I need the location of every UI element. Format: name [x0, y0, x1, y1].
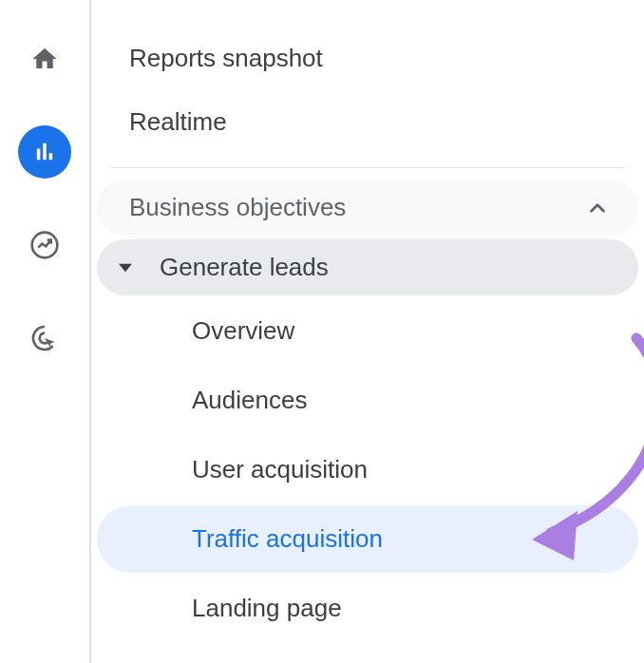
nav-item-realtime[interactable]: Realtime	[129, 90, 644, 154]
divider	[110, 167, 625, 168]
group-title: Generate leads	[160, 253, 329, 282]
nav-item-overview[interactable]: Overview	[97, 297, 638, 365]
nav-rail	[0, 0, 91, 663]
trend-circle-icon	[29, 230, 60, 260]
sub-items: Overview Audiences User acquisition Traf…	[91, 297, 644, 642]
report-panel: Reports snapshot Realtime Business objec…	[91, 0, 644, 663]
section-business-objectives[interactable]: Business objectives	[97, 180, 638, 236]
nav-item-user-acquisition[interactable]: User acquisition	[97, 436, 638, 503]
nav-advertising[interactable]	[18, 312, 71, 365]
bar-chart-icon	[31, 139, 58, 165]
group-generate-leads[interactable]: Generate leads	[97, 239, 638, 295]
caret-down-icon	[114, 256, 137, 279]
home-icon	[30, 45, 59, 73]
section-title: Business objectives	[129, 193, 346, 222]
nav-item-landing-page[interactable]: Landing page	[97, 575, 638, 642]
nav-item-traffic-acquisition[interactable]: Traffic acquisition	[97, 505, 638, 573]
nav-explore[interactable]	[18, 218, 71, 272]
nav-item-audiences[interactable]: Audiences	[97, 367, 638, 434]
nav-reports[interactable]	[18, 125, 71, 179]
nav-home[interactable]	[18, 32, 71, 85]
nav-item-reports-snapshot[interactable]: Reports snapshot	[129, 27, 644, 90]
chevron-up-icon	[585, 196, 610, 220]
target-click-icon	[29, 323, 60, 353]
